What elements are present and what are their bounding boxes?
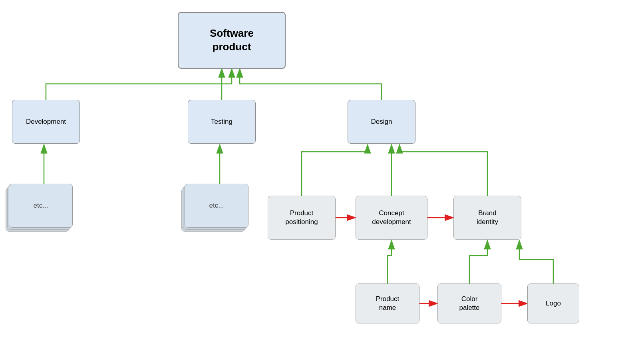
node-product-positioning: Product positioning bbox=[268, 196, 336, 240]
diagram: Software product Development Testing Des… bbox=[0, 0, 644, 345]
node-logo: Logo bbox=[527, 284, 579, 323]
node-concept-development: Concept development bbox=[356, 196, 427, 240]
node-design: Design bbox=[348, 100, 415, 144]
node-software-product: Software product bbox=[178, 12, 286, 69]
node-development: Development bbox=[12, 100, 80, 144]
node-brand-identity: Brand identity bbox=[453, 196, 521, 240]
node-color-palette: Color palette bbox=[437, 284, 501, 323]
node-testing: Testing bbox=[188, 100, 256, 144]
node-product-name: Product name bbox=[356, 284, 419, 323]
